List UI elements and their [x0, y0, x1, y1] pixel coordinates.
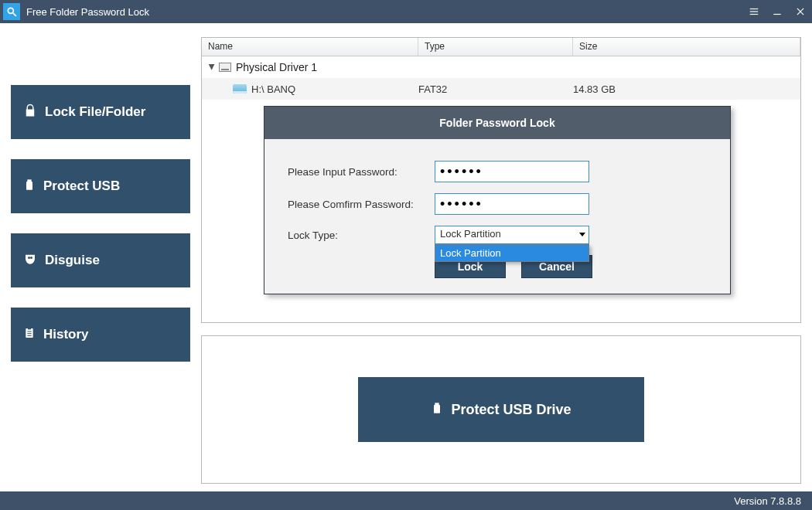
partition-name: H:\ BANQ — [251, 83, 295, 95]
app-title: Free Folder Password Lock — [26, 6, 149, 18]
mask-icon — [23, 252, 37, 270]
tree-row-partition[interactable]: H:\ BANQ FAT32 14.83 GB — [202, 78, 800, 100]
svg-line-1 — [13, 13, 16, 16]
drive-icon — [219, 63, 231, 72]
password-dialog: Folder Password Lock Please Input Passwo… — [264, 106, 731, 294]
tree-row-physical-driver[interactable]: ▶ Physical Driver 1 — [202, 56, 800, 78]
label-confirm-password: Please Comfirm Password: — [288, 199, 435, 210]
tree-body: ▶ Physical Driver 1 H:\ BANQ FAT32 14.83… — [202, 56, 800, 100]
password-input[interactable] — [435, 161, 589, 182]
partition-size: 14.83 GB — [573, 83, 800, 95]
svg-rect-11 — [28, 327, 31, 329]
sidebar-item-label: Protect USB — [43, 178, 120, 194]
clipboard-icon — [23, 326, 36, 344]
menu-icon[interactable] — [742, 0, 766, 23]
minimize-icon[interactable] — [766, 0, 789, 23]
lock-type-option[interactable]: Lock Partition — [435, 245, 589, 261]
chevron-down-icon[interactable]: ▶ — [208, 63, 217, 71]
svg-rect-10 — [26, 328, 32, 338]
partition-icon — [233, 84, 247, 94]
sidebar-item-label: History — [43, 327, 89, 342]
label-input-password: Please Input Password: — [288, 166, 435, 178]
col-header-name[interactable]: Name — [202, 38, 418, 56]
tree-row-label: Physical Driver 1 — [236, 61, 317, 73]
action-panel: Protect USB Drive — [201, 335, 801, 484]
sidebar-item-label: Lock File/Folder — [45, 104, 145, 120]
svg-point-0 — [8, 8, 13, 13]
col-header-type[interactable]: Type — [418, 38, 573, 56]
partition-type: FAT32 — [418, 83, 573, 95]
lock-type-select[interactable]: Lock Partition — [435, 226, 589, 244]
statusbar: Version 7.8.8.8 — [0, 491, 812, 510]
version-text: Version 7.8.8.8 — [734, 495, 801, 507]
drive-panel: Name Type Size ▶ Physical Driver 1 H:\ B… — [201, 37, 801, 323]
confirm-password-input[interactable] — [435, 193, 589, 215]
sidebar-item-protect-usb[interactable]: Protect USB — [11, 159, 190, 213]
sidebar-item-label: Disguise — [45, 253, 100, 268]
tree-header: Name Type Size — [202, 38, 800, 56]
svg-rect-8 — [27, 179, 31, 182]
svg-rect-9 — [26, 182, 32, 190]
titlebar: Free Folder Password Lock — [0, 0, 812, 23]
col-header-size[interactable]: Size — [573, 38, 800, 56]
main-area: Name Type Size ▶ Physical Driver 1 H:\ B… — [201, 23, 812, 491]
usb-icon — [23, 178, 36, 196]
sidebar-item-history[interactable]: History — [11, 308, 190, 362]
svg-rect-15 — [435, 403, 439, 405]
dialog-title: Folder Password Lock — [264, 107, 730, 139]
protect-usb-label: Protect USB Drive — [451, 402, 571, 418]
close-icon[interactable] — [789, 0, 812, 23]
protect-usb-drive-button[interactable]: Protect USB Drive — [358, 377, 644, 442]
lock-icon — [23, 104, 37, 121]
label-lock-type: Lock Type: — [288, 230, 435, 241]
svg-rect-16 — [434, 405, 440, 413]
lock-type-dropdown: Lock Partition — [435, 244, 589, 262]
sidebar: Lock File/Folder Protect USB Disguise Hi… — [0, 23, 201, 491]
sidebar-item-disguise[interactable]: Disguise — [11, 233, 190, 287]
sidebar-item-lock-file-folder[interactable]: Lock File/Folder — [11, 85, 190, 139]
app-logo — [3, 3, 20, 20]
usb-icon — [431, 400, 443, 420]
